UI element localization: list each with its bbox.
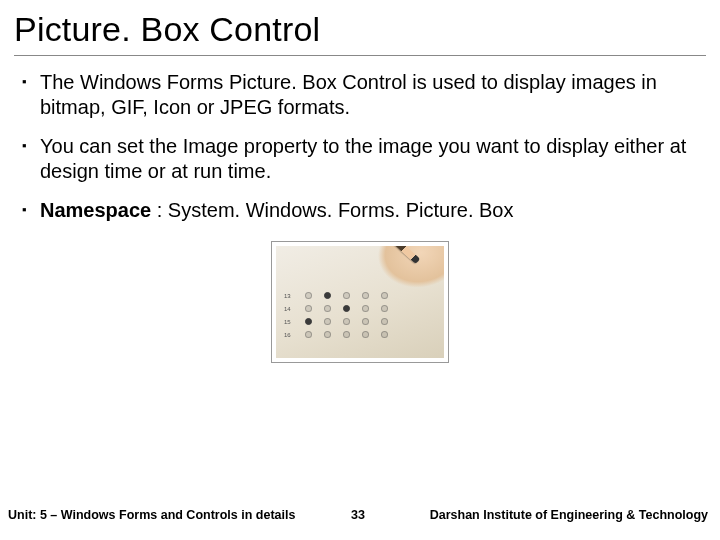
- bullet-rest: : System. Windows. Forms. Picture. Box: [151, 199, 513, 221]
- bullet-item: ▪ Namespace : System. Windows. Forms. Pi…: [20, 198, 700, 223]
- image-frame: 13 14 15 16: [271, 241, 449, 363]
- bullet-item: ▪ The Windows Forms Picture. Box Control…: [20, 70, 700, 120]
- slide-title: Picture. Box Control: [14, 10, 704, 49]
- footer: Unit: 5 – Windows Forms and Controls in …: [0, 506, 720, 540]
- footer-page-number: 33: [331, 508, 385, 522]
- footer-institute: Darshan Institute of Engineering & Techn…: [385, 508, 708, 522]
- bullet-marker-icon: ▪: [20, 198, 40, 222]
- bullet-bold-prefix: Namespace: [40, 199, 151, 221]
- bullet-marker-icon: ▪: [20, 134, 40, 158]
- bullet-text: You can set the Image property to the im…: [40, 134, 700, 184]
- bullet-text: The Windows Forms Picture. Box Control i…: [40, 70, 700, 120]
- bullet-item: ▪ You can set the Image property to the …: [20, 134, 700, 184]
- footer-unit: Unit: 5 – Windows Forms and Controls in …: [8, 508, 331, 522]
- slide: Picture. Box Control ▪ The Windows Forms…: [0, 0, 720, 540]
- content-area: ▪ The Windows Forms Picture. Box Control…: [0, 56, 720, 540]
- bullet-marker-icon: ▪: [20, 70, 40, 94]
- bullet-text: Namespace : System. Windows. Forms. Pict…: [40, 198, 514, 223]
- picturebox-illustration: 13 14 15 16: [276, 246, 444, 358]
- title-area: Picture. Box Control: [0, 0, 720, 53]
- image-block: 13 14 15 16: [20, 241, 700, 363]
